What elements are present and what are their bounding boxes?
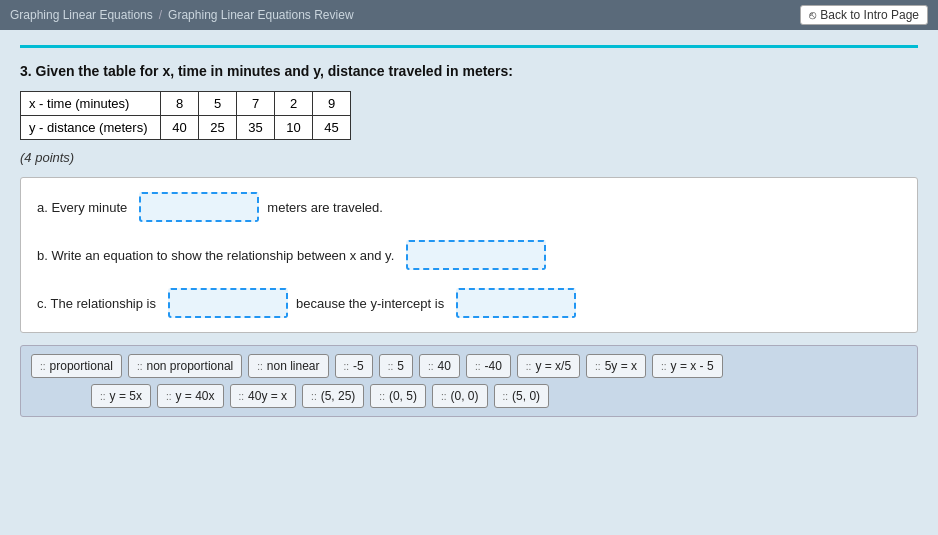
token-y-5x[interactable]: :: y = 5x [91,384,151,408]
answer-row-b: b. Write an equation to show the relatio… [37,240,901,270]
token-y-40x[interactable]: :: y = 40x [157,384,224,408]
token-neg40[interactable]: :: -40 [466,354,511,378]
token-y-x5[interactable]: :: y = x/5 [517,354,580,378]
part-c-middle: because the y-intercept is [296,296,444,311]
question-number: 3. [20,63,32,79]
part-b-label: b. Write an equation to show the relatio… [37,248,394,263]
drop-box-a[interactable] [139,192,259,222]
table-row-x: x - time (minutes) 8 5 7 2 9 [21,92,351,116]
token-label: -5 [353,359,364,373]
token-0-5[interactable]: :: (0, 5) [370,384,426,408]
token-label: 40y = x [248,389,287,403]
breadcrumb-sep: / [159,8,162,22]
token-label: non linear [267,359,320,373]
data-table: x - time (minutes) 8 5 7 2 9 y - distanc… [20,91,351,140]
token-label: non proportional [147,359,234,373]
back-icon: ⎋ [809,8,816,22]
tokens-row-2: :: y = 5x :: y = 40x :: 40y = x :: (5, 2… [31,384,907,408]
token-proportional[interactable]: :: proportional [31,354,122,378]
drag-handle-icon: :: [100,391,106,402]
drag-handle-icon: :: [661,361,667,372]
token-40y-x[interactable]: :: 40y = x [230,384,297,408]
token-label: (5, 25) [321,389,356,403]
token-label: -40 [484,359,501,373]
token-label: y = 40x [175,389,214,403]
token-5y-x[interactable]: :: 5y = x [586,354,646,378]
drag-handle-icon: :: [388,361,394,372]
token-label: (5, 0) [512,389,540,403]
answer-row-c: c. The relationship is because the y-int… [37,288,901,318]
drag-handle-icon: :: [239,391,245,402]
question-title: 3. Given the table for x, time in minute… [20,63,918,79]
token-label: (0, 0) [451,389,479,403]
part-a-suffix: meters are traveled. [267,200,383,215]
drop-box-c1[interactable] [168,288,288,318]
drag-handle-icon: :: [428,361,434,372]
drop-box-c2[interactable] [456,288,576,318]
drop-box-b[interactable] [406,240,546,270]
token-label: (0, 5) [389,389,417,403]
drag-handle-icon: :: [137,361,143,372]
answer-section: a. Every minute meters are traveled. b. … [20,177,918,333]
drag-handle-icon: :: [166,391,172,402]
top-bar: Graphing Linear Equations / Graphing Lin… [0,0,938,30]
table-row-x-label: x - time (minutes) [21,92,161,116]
table-cell-x-1: 5 [199,92,237,116]
token-neg5[interactable]: :: -5 [335,354,373,378]
drag-handle-icon: :: [40,361,46,372]
token-non-linear[interactable]: :: non linear [248,354,328,378]
breadcrumb-item-1: Graphing Linear Equations [10,8,153,22]
token-label: y = x - 5 [671,359,714,373]
back-to-intro-button[interactable]: ⎋ Back to Intro Page [800,5,928,25]
token-y-x-5[interactable]: :: y = x - 5 [652,354,723,378]
token-label: 40 [438,359,451,373]
token-label: 5 [397,359,404,373]
table-row-y: y - distance (meters) 40 25 35 10 45 [21,116,351,140]
token-40[interactable]: :: 40 [419,354,460,378]
token-label: y = x/5 [535,359,571,373]
drag-handle-icon: :: [344,361,350,372]
drag-handle-icon: :: [379,391,385,402]
table-cell-y-2: 35 [237,116,275,140]
table-cell-y-1: 25 [199,116,237,140]
breadcrumb-item-2: Graphing Linear Equations Review [168,8,353,22]
drag-handle-icon: :: [503,391,509,402]
top-bar-right: ⎋ Back to Intro Page [800,5,928,25]
token-non-proportional[interactable]: :: non proportional [128,354,242,378]
drag-handle-icon: :: [311,391,317,402]
part-c-label: c. The relationship is [37,296,156,311]
token-5-0[interactable]: :: (5, 0) [494,384,550,408]
tokens-row-1: :: proportional :: non proportional :: n… [31,354,907,378]
token-label: proportional [50,359,113,373]
breadcrumb: Graphing Linear Equations / Graphing Lin… [10,8,354,22]
table-cell-x-4: 9 [313,92,351,116]
cyan-divider [20,45,918,48]
table-cell-y-0: 40 [161,116,199,140]
drag-handle-icon: :: [441,391,447,402]
drag-handle-icon: :: [526,361,532,372]
token-label: 5y = x [605,359,637,373]
token-label: y = 5x [110,389,142,403]
token-5-25[interactable]: :: (5, 25) [302,384,364,408]
table-cell-y-3: 10 [275,116,313,140]
table-row-y-label: y - distance (meters) [21,116,161,140]
table-cell-x-2: 7 [237,92,275,116]
table-cell-x-3: 2 [275,92,313,116]
tokens-area: :: proportional :: non proportional :: n… [20,345,918,417]
drag-handle-icon: :: [257,361,263,372]
drag-handle-icon: :: [475,361,481,372]
points-label: (4 points) [20,150,918,165]
table-cell-y-4: 45 [313,116,351,140]
part-a-label: a. Every minute [37,200,127,215]
back-button-label: Back to Intro Page [820,8,919,22]
drag-handle-icon: :: [595,361,601,372]
main-content: 3. Given the table for x, time in minute… [0,30,938,535]
table-cell-x-0: 8 [161,92,199,116]
answer-row-a: a. Every minute meters are traveled. [37,192,901,222]
question-text: Given the table for x, time in minutes a… [36,63,513,79]
token-5[interactable]: :: 5 [379,354,413,378]
token-0-0[interactable]: :: (0, 0) [432,384,488,408]
